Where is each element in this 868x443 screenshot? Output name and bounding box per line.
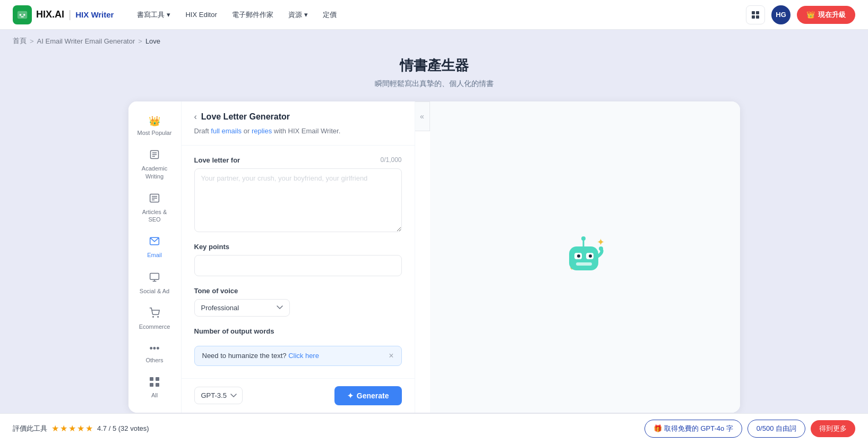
svg-rect-24 [569,246,598,270]
svg-point-1 [20,14,22,16]
nav-brand: HIX Writer [75,10,114,19]
svg-rect-3 [21,16,24,17]
tone-of-voice-field: Tone of voice Professional Casual Romant… [194,287,402,317]
star-4: ★ [77,423,84,433]
svg-point-32 [599,246,603,251]
output-panel: ✦ ✦ [430,101,740,413]
chevron-left-icon: « [420,112,424,121]
user-avatar[interactable]: HG [771,5,790,24]
chevron-down-icon: ▾ [167,11,170,19]
generate-button[interactable]: ✦ Generate [334,386,402,405]
sidebar-item-email[interactable]: Email [132,231,177,264]
academic-icon [149,149,160,163]
replies-link[interactable]: replies [252,127,272,135]
love-letter-textarea[interactable] [194,168,402,232]
model-select[interactable]: GPT-3.5 GPT-4 GPT-4o [194,387,243,404]
robot-illustration: ✦ ✦ [558,231,612,284]
breadcrumb-home[interactable]: 首頁 [13,36,27,46]
svg-point-16 [153,317,154,318]
love-letter-for-field: Love letter for 0/1,000 [194,156,402,232]
logo-icon [13,5,32,24]
sidebar: 👑 Most Popular Academic Writing [128,101,182,413]
sidebar-item-articles-seo[interactable]: Articles & SEO [132,188,177,229]
nav-link-resources[interactable]: 資源 ▾ [282,7,314,23]
breadcrumb-parent[interactable]: AI Email Writer Email Generator [37,37,135,45]
get-more-button[interactable]: 得到更多 [811,420,855,437]
svg-rect-13 [150,273,159,279]
full-emails-link[interactable]: full emails [211,127,242,135]
form-panel: ‹ Love Letter Generator Draft full email… [182,101,415,413]
star-1: ★ [51,423,59,433]
chevron-down-icon-2: ▾ [304,11,308,19]
key-points-input[interactable] [194,255,402,276]
star-5: ★ [85,423,93,433]
others-icon: ••• [150,343,160,354]
crown-icon: 👑 [806,11,815,19]
articles-icon [149,193,160,206]
svg-rect-28 [589,254,592,258]
humanize-close-button[interactable]: × [389,352,393,360]
form-header: ‹ Love Letter Generator Draft full email… [182,101,415,146]
svg-point-31 [581,236,586,241]
output-words-label: Number of output words [194,327,402,335]
logo-text: HIX.AI [36,9,64,20]
tone-label: Tone of voice [194,287,402,295]
star-rating: ★ ★ ★ ★ ★ [51,423,93,433]
svg-rect-27 [577,254,580,258]
rating-section: 評價此工具 ★ ★ ★ ★ ★ 4.7 / 5 (32 votes) [13,423,149,433]
ecommerce-icon [149,308,160,321]
form-description: Draft full emails or replies with HIX Em… [194,126,402,137]
humanize-text: Need to humanize the text? [202,352,287,360]
svg-rect-29 [576,262,592,266]
sidebar-item-academic-writing[interactable]: Academic Writing [132,144,177,185]
main-nav: HIX.AI | HIX Writer 書寫工具 ▾ HIX Editor 電子… [0,0,868,30]
svg-rect-20 [150,383,153,387]
output-words-field: Number of output words [194,327,402,335]
get-gpt4-button[interactable]: 🎁 取得免費的 GPT-4o 字 [644,420,742,438]
email-icon [149,236,160,249]
sidebar-item-most-popular[interactable]: 👑 Most Popular [132,110,177,142]
nav-link-writing-tools[interactable]: 書寫工具 ▾ [131,7,177,23]
breadcrumb-current: Love [145,37,160,45]
nav-link-hix-editor[interactable]: HIX Editor [179,7,223,22]
content-card: 👑 Most Popular Academic Writing [128,101,740,413]
upgrade-button[interactable]: 👑 現在升級 [797,6,855,24]
star-2: ★ [60,423,67,433]
form-title: Love Letter Generator [201,112,290,122]
nav-link-pricing[interactable]: 定價 [316,7,343,23]
key-points-field: Key points [194,243,402,276]
free-words-button[interactable]: 0/500 自由詞 [747,420,805,438]
sidebar-item-ecommerce[interactable]: Ecommerce [132,302,177,336]
collapse-panel-button[interactable]: « [415,101,430,131]
main-container: 👑 Most Popular Academic Writing [116,101,753,434]
sidebar-item-social-ad[interactable]: Social & Ad [132,267,177,300]
grid-view-button[interactable] [746,5,765,24]
svg-rect-21 [156,383,159,387]
rating-value: 4.7 / 5 (32 votes) [97,424,149,432]
key-points-label: Key points [194,243,402,251]
svg-rect-18 [150,377,153,381]
svg-point-2 [23,14,25,16]
social-icon [149,272,160,285]
bottom-right-actions: 🎁 取得免費的 GPT-4o 字 0/500 自由詞 得到更多 [644,420,855,438]
page-subtitle: 瞬間輕鬆寫出真摯的、個人化的情書 [0,79,868,89]
nav-right: HG 👑 現在升級 [746,5,855,24]
page-title: 情書產生器 [0,56,868,75]
robot-mascot: ✦ ✦ [558,231,612,284]
humanize-link[interactable]: Click here [288,352,319,360]
page-header: 情書產生器 瞬間輕鬆寫出真摯的、個人化的情書 [0,52,868,101]
bottom-bar: 評價此工具 ★ ★ ★ ★ ★ 4.7 / 5 (32 votes) 🎁 取得免… [0,413,868,443]
logo[interactable]: HIX.AI | HIX Writer [13,5,114,24]
sidebar-item-all[interactable]: All [132,372,177,404]
sidebar-item-others[interactable]: ••• Others [132,338,177,369]
svg-text:✦: ✦ [597,237,605,248]
rating-label: 評價此工具 [13,424,47,433]
form-body: Love letter for 0/1,000 Key points Tone … [182,146,415,378]
nav-link-email[interactable]: 電子郵件作家 [226,7,280,23]
back-button[interactable]: ‹ [194,112,197,122]
tone-select[interactable]: Professional Casual Romantic Formal Frie… [194,299,290,317]
form-footer: GPT-3.5 GPT-4 GPT-4o ✦ Generate [182,378,415,413]
svg-rect-19 [156,377,159,381]
humanize-banner: Need to humanize the text? Click here × [194,346,402,366]
nav-links: 書寫工具 ▾ HIX Editor 電子郵件作家 資源 ▾ 定價 [131,7,342,23]
